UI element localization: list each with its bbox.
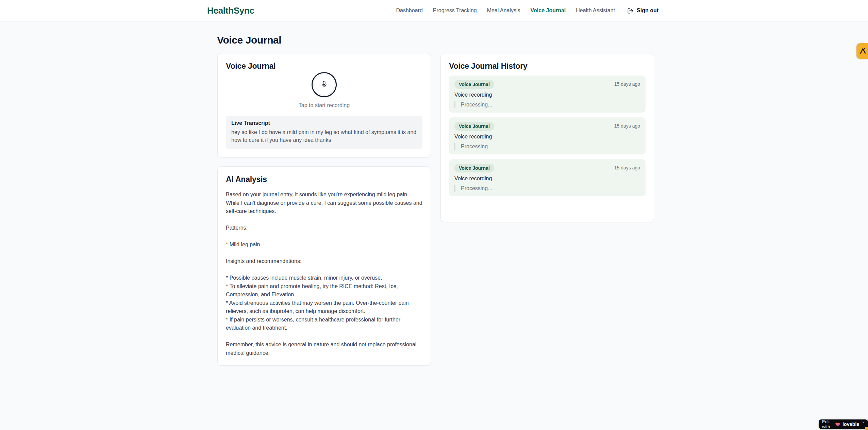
entry-title: Voice recording	[454, 134, 640, 140]
entry-type-badge: Voice Journal	[454, 80, 494, 89]
voice-journal-recorder-card: Voice Journal Tap to start recording Liv…	[217, 53, 431, 158]
entry-status: Processing...	[454, 143, 640, 150]
lovable-side-badge[interactable]	[856, 43, 868, 59]
nav-item-meal-analysis[interactable]: Meal Analysis	[487, 7, 520, 14]
ai-analysis-body: Based on your journal entry, it sounds l…	[226, 191, 422, 357]
history-entries: Voice Journal 15 days ago Voice recordin…	[449, 76, 646, 196]
microphone-icon	[320, 80, 328, 89]
nav-links: Dashboard Progress Tracking Meal Analysi…	[396, 7, 659, 14]
entry-type-badge: Voice Journal	[454, 122, 494, 131]
entry-title: Voice recording	[454, 92, 640, 98]
entry-head: Voice Journal 15 days ago	[454, 80, 640, 89]
nav-item-health-assistant[interactable]: Health Assistant	[576, 7, 615, 14]
corner-accent-chip	[865, 427, 868, 430]
mic-area: Tap to start recording	[226, 72, 422, 109]
entry-head: Voice Journal 15 days ago	[454, 164, 640, 172]
entry-timestamp: 15 days ago	[614, 123, 640, 129]
live-transcript-text: hey so like I do have a mild pain in my …	[231, 128, 417, 144]
recorder-card-title: Voice Journal	[226, 62, 422, 71]
log-out-icon	[627, 7, 634, 14]
history-entry[interactable]: Voice Journal 15 days ago Voice recordin…	[449, 117, 646, 154]
history-entry[interactable]: Voice Journal 15 days ago Voice recordin…	[449, 76, 646, 113]
brand-logo[interactable]: HealthSync	[207, 5, 254, 16]
sign-out-button[interactable]: Sign out	[627, 7, 658, 14]
entry-status: Processing...	[454, 185, 640, 192]
left-column: Voice Journal Tap to start recording Liv…	[217, 53, 431, 366]
nav-item-dashboard[interactable]: Dashboard	[396, 7, 423, 14]
entry-title: Voice recording	[454, 176, 640, 182]
nav-item-progress-tracking[interactable]: Progress Tracking	[433, 7, 477, 14]
entry-status: Processing...	[454, 101, 640, 108]
entry-timestamp: 15 days ago	[614, 165, 640, 170]
history-card-title: Voice Journal History	[449, 62, 646, 71]
navbar-inner: HealthSync Dashboard Progress Tracking M…	[207, 0, 658, 21]
voice-journal-history-card: Voice Journal History Voice Journal 15 d…	[440, 53, 654, 222]
tap-to-record-hint: Tap to start recording	[299, 102, 350, 109]
ai-analysis-title: AI Analysis	[226, 175, 422, 184]
close-icon[interactable]: ×	[863, 420, 865, 424]
ai-analysis-card: AI Analysis Based on your journal entry,…	[217, 166, 431, 366]
nav-item-voice-journal[interactable]: Voice Journal	[531, 7, 566, 14]
entry-timestamp: 15 days ago	[614, 81, 640, 87]
top-navbar: HealthSync Dashboard Progress Tracking M…	[0, 0, 868, 21]
live-transcript-label: Live Transcript	[231, 120, 417, 126]
live-transcript-box: Live Transcript hey so like I do have a …	[226, 116, 422, 149]
edit-badge-prefix: Edit with	[822, 419, 833, 429]
right-column: Voice Journal History Voice Journal 15 d…	[440, 53, 654, 222]
lovable-mark-icon	[856, 47, 867, 55]
page-title: Voice Journal	[217, 34, 281, 46]
entry-type-badge: Voice Journal	[454, 164, 494, 172]
record-button[interactable]	[312, 72, 337, 97]
edit-badge-brand: lovable	[842, 421, 859, 427]
entry-head: Voice Journal 15 days ago	[454, 122, 640, 131]
sign-out-label: Sign out	[637, 7, 658, 14]
history-entry[interactable]: Voice Journal 15 days ago Voice recordin…	[449, 159, 646, 196]
heart-icon	[835, 422, 840, 427]
edit-with-lovable-badge[interactable]: Edit with lovable ×	[819, 419, 868, 429]
